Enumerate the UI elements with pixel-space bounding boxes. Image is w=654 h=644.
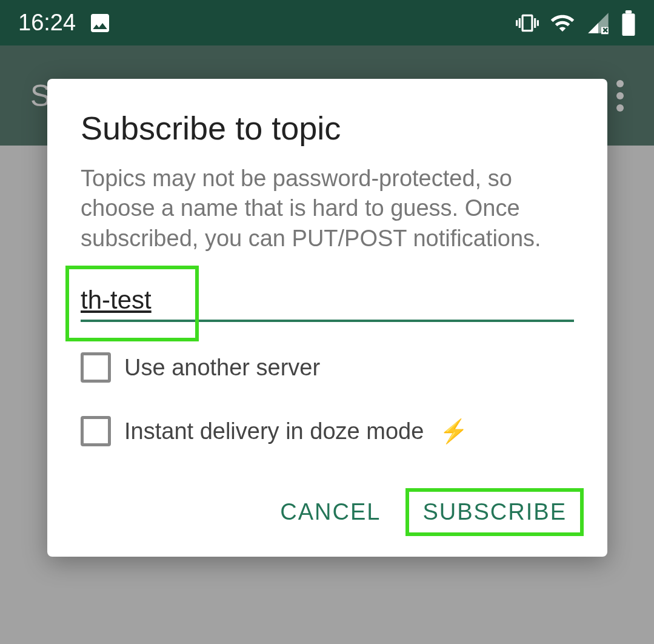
subscribe-dialog: Subscribe to topic Topics may not be pas… [47,79,607,557]
status-left: 16:24 [18,10,112,36]
svg-rect-1 [622,13,635,36]
instant-delivery-label: Instant delivery in doze mode [124,418,424,444]
use-another-server-row[interactable]: Use another server [81,352,574,383]
status-right [516,10,636,36]
dialog-description: Topics may not be password-protected, so… [81,164,574,253]
bolt-icon: ⚡ [439,418,468,444]
dialog-title: Subscribe to topic [81,109,574,147]
status-bar: 16:24 [0,0,654,45]
signal-icon [586,11,610,35]
battery-icon [621,10,636,36]
dialog-buttons: CANCEL SUBSCRIBE [81,492,574,532]
topic-name-input[interactable] [81,281,574,322]
vibrate-icon [516,12,539,35]
use-another-server-checkbox[interactable] [81,352,111,383]
svg-rect-2 [626,10,632,13]
image-icon [88,11,112,35]
subscribe-button-label: SUBSCRIBE [422,499,567,525]
cancel-button[interactable]: CANCEL [273,492,388,532]
instant-delivery-checkbox[interactable] [81,416,111,446]
wifi-icon [550,10,575,36]
subscribe-button[interactable]: SUBSCRIBE [415,492,574,532]
status-time: 16:24 [18,10,76,36]
topic-input-container [81,281,574,322]
use-another-server-label: Use another server [124,355,320,381]
instant-delivery-row[interactable]: Instant delivery in doze mode ⚡ [81,416,574,446]
